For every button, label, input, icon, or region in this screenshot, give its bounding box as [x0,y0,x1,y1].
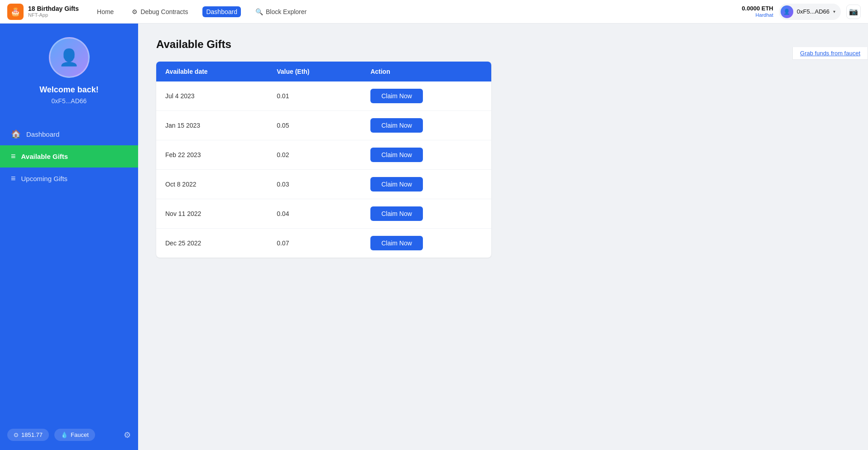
home-icon: 🏠 [11,129,21,139]
sidebar-available-gifts-label: Available Gifts [21,153,68,160]
faucet-label: Faucet [71,431,89,438]
eth-balance: 0.0000 ETH Hardhat [742,5,773,18]
table-row: Dec 25 20220.07Claim Now [156,229,491,258]
claim-now-button[interactable]: Claim Now [370,236,423,250]
table-row: Jul 4 20230.01Claim Now [156,81,491,111]
col-header-value: Value (Eth) [268,62,361,81]
table-row: Feb 22 20230.02Claim Now [156,140,491,170]
col-header-date: Available date [156,62,268,81]
cell-value: 0.05 [268,111,361,140]
cell-date: Oct 8 2022 [156,170,268,199]
faucet-icon: 💧 [61,431,68,438]
nav-block-explorer[interactable]: 🔍 Block Explorer [252,6,310,17]
main-content: Available Gifts Available date Value (Et… [138,24,868,450]
cell-action: Claim Now [361,170,491,199]
user-avatar: 👤 [49,37,90,78]
cell-date: Jul 4 2023 [156,81,268,111]
sidebar-item-dashboard[interactable]: 🏠 Dashboard [0,123,138,145]
brand-logo-icon: 🎂 [7,4,24,20]
table-body: Jul 4 20230.01Claim NowJan 15 20230.05Cl… [156,81,491,258]
claim-now-button[interactable]: Claim Now [370,89,423,103]
counter-badge[interactable]: ⊙ 1851.77 [7,429,49,441]
main-layout: 👤 Welcome back! 0xF5...AD66 🏠 Dashboard … [0,24,868,450]
claim-now-button[interactable]: Claim Now [370,177,423,191]
dashboard-nav-label: Dashboard [206,8,237,15]
table-row: Jan 15 20230.05Claim Now [156,111,491,140]
claim-now-button[interactable]: Claim Now [370,118,423,133]
counter-icon: ⊙ [14,431,19,438]
sidebar-bottom: ⊙ 1851.77 💧 Faucet ⚙ [0,420,138,450]
cell-action: Claim Now [361,81,491,111]
sidebar-item-available-gifts[interactable]: ≡ Available Gifts [0,145,138,168]
debug-icon: ⚙ [132,8,138,15]
camera-icon[interactable]: 📷 [846,5,861,19]
cell-action: Claim Now [361,199,491,229]
sidebar-upcoming-gifts-label: Upcoming Gifts [21,175,68,182]
table-row: Nov 11 20220.04Claim Now [156,199,491,229]
cell-action: Claim Now [361,111,491,140]
wallet-pill[interactable]: 👤 0xF5...AD66 ▾ [779,4,841,20]
nav-right: 0.0000 ETH Hardhat 👤 0xF5...AD66 ▾ 📷 [742,4,861,20]
col-header-action: Action [361,62,491,81]
cell-value: 0.01 [268,81,361,111]
table-header: Available date Value (Eth) Action [156,62,491,81]
cell-date: Jan 15 2023 [156,111,268,140]
cell-value: 0.04 [268,199,361,229]
sidebar-item-upcoming-gifts[interactable]: ≡ Upcoming Gifts [0,168,138,190]
welcome-text: Welcome back! [39,85,99,95]
nav-home[interactable]: Home [93,6,117,17]
sidebar-nav: 🏠 Dashboard ≡ Available Gifts ≡ Upcoming… [0,123,138,190]
sidebar: 👤 Welcome back! 0xF5...AD66 🏠 Dashboard … [0,24,138,450]
brand-title: 18 Birthday Gifts [28,5,79,13]
cell-date: Feb 22 2023 [156,140,268,170]
eth-amount: 0.0000 ETH [742,5,773,12]
eth-network: Hardhat [756,12,773,18]
cell-date: Dec 25 2022 [156,229,268,258]
gifts-table: Available date Value (Eth) Action Jul 4 … [156,62,491,258]
faucet-badge[interactable]: 💧 Faucet [54,429,95,441]
wallet-address: 0xF5...AD66 [797,8,830,15]
brand: 🎂 18 Birthday Gifts NFT-App [7,4,79,20]
navbar: 🎂 18 Birthday Gifts NFT-App Home ⚙ Debug… [0,0,868,24]
cell-value: 0.02 [268,140,361,170]
explorer-nav-label: Block Explorer [266,8,307,15]
settings-icon[interactable]: ⚙ [124,430,131,440]
nav-debug-contracts[interactable]: ⚙ Debug Contracts [128,6,192,17]
avatar: 👤 [781,5,793,18]
home-nav-label: Home [97,8,114,15]
sidebar-dashboard-label: Dashboard [26,130,59,138]
upcoming-icon: ≡ [11,174,16,183]
debug-nav-label: Debug Contracts [140,8,188,15]
table-row: Oct 8 20220.03Claim Now [156,170,491,199]
counter-value: 1851.77 [21,431,43,438]
chevron-down-icon: ▾ [833,9,835,14]
list-icon: ≡ [11,152,16,161]
cell-value: 0.03 [268,170,361,199]
claim-now-button[interactable]: Claim Now [370,206,423,221]
cell-action: Claim Now [361,229,491,258]
brand-subtitle: NFT-App [28,12,79,18]
cell-action: Claim Now [361,140,491,170]
cell-date: Nov 11 2022 [156,199,268,229]
sidebar-wallet-address: 0xF5...AD66 [52,97,87,105]
nav-dashboard[interactable]: Dashboard [202,6,241,17]
claim-now-button[interactable]: Claim Now [370,148,423,162]
search-icon: 🔍 [255,8,263,15]
page-title: Available Gifts [156,38,850,51]
cell-value: 0.07 [268,229,361,258]
